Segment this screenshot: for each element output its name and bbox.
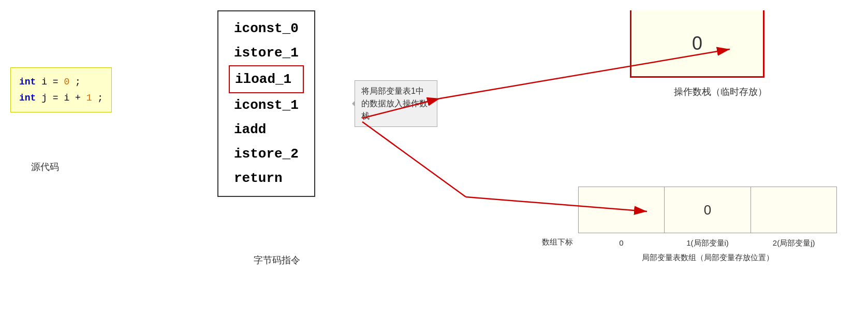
bytecode-instruction-3: iconst_1 (234, 93, 299, 118)
local-var-cell-2 (751, 187, 836, 233)
bytecode-instruction-2-highlighted: iload_1 (229, 65, 304, 94)
op-eq-1: = (53, 77, 64, 87)
local-var-cell-0 (579, 187, 665, 233)
source-code-box: int i = 0 ; int j = i + 1 ; (10, 67, 112, 112)
local-var-container: 0 (578, 187, 837, 233)
operand-stack-box: 0 (630, 10, 764, 78)
keyword-int-2: int (19, 93, 36, 103)
local-var-box: 0 (578, 187, 837, 233)
bytecode-label: 字节码指令 (254, 254, 300, 266)
keyword-int-1: int (19, 77, 36, 87)
subscript-2: 2(局部变量j) (751, 238, 837, 248)
tooltip-text: 将局部变量表1中的数据放入操作数栈 (361, 87, 428, 120)
val-0: 0 (64, 77, 69, 87)
bytecode-box: iconst_0 istore_1 iload_1 iconst_1 iadd … (217, 10, 315, 197)
tooltip-box: 将局部变量表1中的数据放入操作数栈 (355, 80, 437, 127)
source-code-label: 源代码 (31, 161, 59, 173)
bytecode-instruction-4: iadd (234, 118, 299, 142)
var-j: j (41, 93, 53, 103)
subscript-0: 0 (578, 238, 665, 248)
operand-stack-label: 操作数栈（临时存放） (674, 86, 767, 98)
bytecode-instruction-1: istore_1 (234, 41, 299, 65)
source-line-2: int j = i + 1 ; (19, 90, 103, 106)
svg-line-3 (362, 122, 466, 197)
operand-stack-value: 0 (692, 33, 702, 54)
bytecode-instruction-5: istore_2 (234, 142, 299, 166)
local-var-subscript-row: 0 1(局部变量i) 2(局部变量j) (578, 238, 837, 248)
bytecode-instruction-0: iconst_0 (234, 17, 299, 41)
local-var-cell-1: 0 (665, 187, 751, 233)
var-i: i (41, 77, 53, 87)
subscript-1: 1(局部变量i) (665, 238, 751, 248)
subscript-prefix-label: 数组下标 (542, 237, 573, 247)
local-var-desc: 局部变量表数组（局部变量存放位置） (578, 253, 837, 263)
source-line-1: int i = 0 ; (19, 74, 103, 90)
bytecode-instruction-6: return (234, 166, 299, 191)
